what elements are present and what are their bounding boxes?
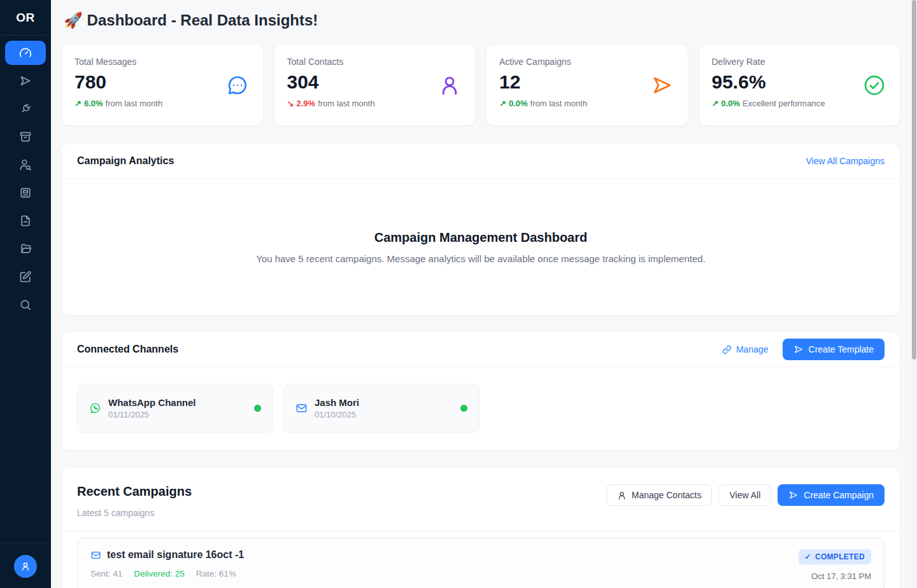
sidebar-item-send[interactable] (5, 69, 46, 93)
send-icon (19, 74, 32, 87)
connected-channels-header: Connected Channels Manage Create Templat… (62, 332, 900, 367)
whatsapp-icon (89, 402, 101, 414)
send-icon (788, 490, 799, 500)
stat-value: 780 (75, 71, 250, 93)
section-title: Connected Channels (77, 344, 178, 355)
sidebar-item-documents[interactable] (5, 209, 46, 233)
channel-info: WhatsApp Channel 01/11/2025 (108, 397, 196, 419)
sidebar-item-dashboard[interactable] (5, 41, 46, 65)
section-title: Campaign Analytics (77, 155, 174, 167)
campaign-list: test email signature 16oct -1 Sent: 41 D… (62, 531, 900, 588)
sidebar-item-search[interactable] (5, 293, 46, 317)
stat-change: ↘ 2.9% from last month (287, 99, 463, 108)
channel-card-email[interactable]: Jash Mori 01/10/2025 (283, 384, 480, 433)
sidebar-item-contacts[interactable] (5, 153, 46, 177)
edit-icon (19, 270, 32, 283)
stat-card-total-messages: Total Messages 780 ↗ 6.0% from last mont… (61, 44, 264, 126)
campaign-stats: Sent: 41 Delivered: 25 Rate: 61% (90, 569, 244, 578)
stat-label: Active Campaigns (499, 57, 675, 67)
stat-change: ↗ 6.0% from last month (75, 99, 250, 108)
search-icon (19, 298, 32, 311)
user-search-icon (19, 158, 32, 171)
gauge-icon (19, 46, 32, 59)
stat-card-active-campaigns: Active Campaigns 12 ↗ 0.0% from last mon… (486, 44, 688, 126)
user-icon (617, 491, 627, 500)
mail-icon (295, 402, 308, 414)
plug-icon (19, 102, 32, 115)
main-content: 🚀 Dashboard - Real Data Insights! Total … (51, 0, 917, 588)
campaign-sent: Sent: 41 (90, 569, 122, 578)
check-icon: ✓ (805, 552, 811, 561)
user-icon (438, 74, 461, 97)
news-icon (19, 186, 32, 199)
app-logo: OR (0, 0, 51, 36)
stat-value: 304 (287, 71, 463, 93)
link-icon (722, 345, 732, 354)
trend-down-icon: ↘ (287, 99, 294, 108)
document-icon (19, 214, 32, 227)
stat-change: ↗ 0.0% Excellent performance (712, 99, 888, 108)
section-subtitle: Latest 5 campaigns (77, 508, 192, 518)
message-circle-icon (226, 74, 249, 97)
stat-value: 12 (499, 71, 675, 93)
campaign-title: test email signature 16oct -1 (107, 549, 244, 561)
sidebar-item-plug[interactable] (5, 97, 46, 121)
campaign-analytics-body: Campaign Management Dashboard You have 5… (62, 179, 900, 315)
stat-value: 95.6% (712, 71, 888, 93)
create-template-button[interactable]: Create Template (783, 339, 885, 360)
analytics-body-subtitle: You have 5 recent campaigns. Message ana… (256, 253, 706, 264)
view-all-button[interactable]: View All (718, 484, 771, 506)
manage-channels-link[interactable]: Manage (722, 344, 769, 354)
campaign-row-left: test email signature 16oct -1 Sent: 41 D… (90, 549, 244, 581)
stat-label: Delivery Rate (712, 57, 888, 67)
campaign-row-right: ✓ COMPLETED Oct 17, 3:31 PM (799, 549, 871, 581)
user-avatar[interactable] (14, 555, 37, 578)
stat-label: Total Contacts (287, 57, 463, 67)
scrollbar-thumb[interactable] (912, 0, 916, 360)
status-dot (460, 405, 467, 412)
channel-name: Jash Mori (315, 397, 359, 408)
analytics-body-title: Campaign Management Dashboard (374, 230, 588, 245)
scrollbar[interactable] (911, 0, 917, 588)
manage-contacts-button[interactable]: Manage Contacts (606, 484, 713, 506)
stat-card-total-contacts: Total Contacts 304 ↘ 2.9% from last mont… (274, 44, 476, 126)
channel-info: Jash Mori 01/10/2025 (315, 397, 359, 419)
recent-campaigns-header: Recent Campaigns Latest 5 campaigns Mana… (62, 468, 900, 531)
trend-up-icon: ↗ (712, 99, 719, 108)
sidebar-footer (0, 543, 51, 588)
channel-card-whatsapp[interactable]: WhatsApp Channel 01/11/2025 (77, 384, 273, 433)
campaign-timestamp: Oct 17, 3:31 PM (799, 571, 871, 581)
archive-icon (19, 130, 32, 143)
channel-date: 01/11/2025 (108, 410, 196, 419)
campaign-analytics-header: Campaign Analytics View All Campaigns (62, 144, 900, 179)
stat-change: ↗ 0.0% from last month (499, 99, 675, 108)
recent-campaigns-card: Recent Campaigns Latest 5 campaigns Mana… (61, 467, 900, 588)
sidebar: OR (0, 0, 51, 588)
sidebar-item-news[interactable] (5, 181, 46, 205)
send-icon (651, 74, 674, 97)
create-campaign-button[interactable]: Create Campaign (778, 484, 885, 506)
status-badge: ✓ COMPLETED (799, 549, 871, 564)
trend-up-icon: ↗ (499, 99, 506, 108)
campaign-delivered: Delivered: 25 (134, 569, 185, 578)
connected-channels-card: Connected Channels Manage Create Templat… (61, 332, 900, 451)
stat-card-delivery-rate: Delivery Rate 95.6% ↗ 0.0% Excellent per… (699, 44, 901, 126)
channels-actions: Manage Create Template (722, 339, 885, 360)
campaign-analytics-card: Campaign Analytics View All Campaigns Ca… (61, 143, 900, 316)
user-icon (20, 561, 31, 572)
sidebar-item-compose[interactable] (5, 265, 46, 289)
sidebar-item-files[interactable] (5, 237, 46, 261)
folder-icon (19, 242, 32, 255)
channel-name: WhatsApp Channel (108, 397, 196, 408)
section-title: Recent Campaigns (77, 484, 192, 499)
campaign-row[interactable]: test email signature 16oct -1 Sent: 41 D… (77, 538, 885, 588)
view-all-campaigns-link[interactable]: View All Campaigns (806, 156, 885, 166)
send-icon (793, 344, 804, 354)
campaign-rate: Rate: 61% (196, 569, 236, 578)
sidebar-nav (0, 39, 51, 319)
sidebar-item-archive[interactable] (5, 125, 46, 149)
recent-campaigns-actions: Manage Contacts View All Create Campaign (606, 484, 885, 518)
stats-row: Total Messages 780 ↗ 6.0% from last mont… (61, 44, 900, 126)
status-dot (254, 405, 261, 412)
channel-date: 01/10/2025 (315, 410, 359, 419)
